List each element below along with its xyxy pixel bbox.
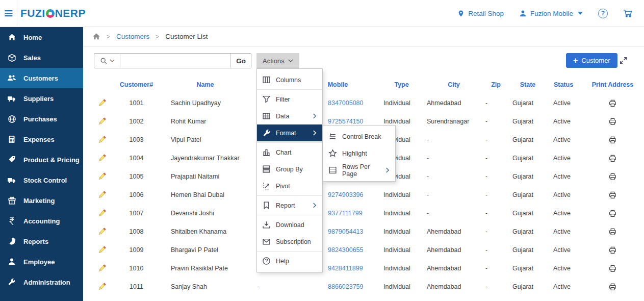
print-address-button[interactable] [581, 149, 644, 167]
breadcrumb-separator: > [156, 33, 159, 40]
menu-item-help[interactable]: Help [257, 253, 322, 269]
customer-type: Individual [377, 278, 426, 296]
add-customer-button[interactable]: + Customer [566, 53, 617, 68]
edit-pencil-icon [97, 154, 107, 163]
column-header[interactable]: Type [377, 75, 426, 94]
edit-row-button[interactable] [92, 149, 112, 167]
edit-row-button[interactable] [92, 186, 112, 204]
print-address-button[interactable] [581, 94, 644, 112]
customer-mobile-link[interactable]: 9377111799 [328, 210, 363, 217]
sidebar-item-stock-control[interactable]: Stock Control [0, 170, 83, 190]
customer-mobile-link[interactable]: 8866023759 [328, 283, 364, 290]
sidebar-item-employee[interactable]: Employee [0, 252, 83, 272]
print-address-button[interactable] [581, 131, 644, 149]
customer-mobile-link[interactable]: 9725574150 [328, 118, 364, 125]
print-address-button[interactable] [581, 222, 644, 241]
print-address-button[interactable] [581, 112, 644, 131]
customer-city: Ahmedabad [426, 94, 482, 112]
print-address-button[interactable] [581, 241, 644, 259]
customer-mobile-link[interactable]: 8866023759 [298, 278, 377, 296]
download-icon [262, 220, 271, 229]
menu-item-filter[interactable]: Filter [257, 91, 322, 108]
edit-row-button[interactable] [92, 94, 112, 112]
menu-item-label: Subscription [276, 238, 311, 245]
location-menu[interactable]: Retail Shop [457, 10, 504, 17]
edit-row-button[interactable] [92, 112, 112, 131]
customer-mobile-link[interactable]: 8347005080 [328, 99, 364, 107]
edit-row-button[interactable] [92, 204, 112, 222]
cart-button[interactable] [623, 9, 633, 18]
user-menu[interactable]: Fuzion Mobile [519, 10, 583, 17]
search-input[interactable] [120, 54, 230, 68]
search-options-button[interactable] [94, 54, 120, 68]
sidebar-item-product-pricing[interactable]: Product & Pricing [0, 149, 83, 170]
data-icon [262, 112, 271, 120]
edit-row-button[interactable] [92, 259, 112, 278]
customer-mobile-link[interactable]: 9274903396 [328, 191, 364, 198]
sidebar-item-reports[interactable]: Reports [0, 231, 83, 252]
sidebar-item-purchases[interactable]: Purchases [0, 109, 83, 129]
edit-row-button[interactable] [92, 241, 112, 259]
sidebar-item-administration[interactable]: Administration [0, 272, 83, 292]
menu-item-columns[interactable]: Columns [257, 71, 322, 88]
menu-item-subscription[interactable]: Subscription [257, 233, 322, 250]
customer-status: Active [546, 94, 581, 112]
report-icon [262, 201, 271, 210]
edit-row-button[interactable] [92, 278, 112, 296]
customer-mobile-link[interactable]: 9428411899 [328, 265, 363, 272]
menu-item-chart[interactable]: Chart [257, 144, 322, 161]
edit-row-button[interactable] [92, 167, 112, 186]
sidebar-item-sales[interactable]: Sales [0, 47, 83, 68]
menu-item-data[interactable]: Data [257, 108, 322, 124]
customer-mobile-link[interactable]: 9824300655 [328, 246, 364, 254]
sidebar-item-accounting[interactable]: Accounting [0, 211, 83, 231]
help-button[interactable]: ? [598, 9, 608, 18]
print-address-button[interactable] [581, 186, 644, 204]
column-header[interactable]: Zip [482, 75, 510, 94]
sidebar-item-label: Sales [23, 54, 41, 62]
customer-type: Individual [377, 259, 426, 278]
column-header[interactable]: City [426, 75, 482, 94]
edit-row-button[interactable] [92, 222, 112, 241]
submenu-item-highlight[interactable]: Highlight [323, 145, 395, 162]
customer-state: Gujarat [510, 186, 546, 204]
sidebar-item-home[interactable]: Home [0, 27, 83, 47]
customer-type: Individual [377, 94, 426, 112]
column-header[interactable]: Status [546, 75, 581, 94]
menu-item-format[interactable]: Format [257, 124, 322, 141]
print-address-button[interactable] [581, 204, 644, 222]
column-header[interactable]: Customer# [112, 75, 161, 94]
print-address-button[interactable] [581, 278, 644, 296]
breadcrumb-link-customers[interactable]: Customers [116, 33, 149, 40]
top-header-bar: FUZI NERP Retail Shop Fuzion Mobile ? [0, 0, 644, 27]
submenu-item-control-break[interactable]: Control Break [323, 128, 395, 145]
menu-item-pivot[interactable]: Pivot [257, 178, 322, 194]
customer-number: 1005 [112, 167, 161, 186]
sidebar-item-marketing[interactable]: Marketing [0, 190, 83, 211]
actions-menu-button[interactable]: Actions [256, 53, 299, 68]
menu-item-report[interactable]: Report [257, 197, 322, 214]
edit-row-button[interactable] [92, 131, 112, 149]
printer-icon [609, 118, 616, 126]
go-button[interactable]: Go [230, 54, 251, 68]
menu-item-label: Chart [276, 149, 292, 156]
column-header[interactable]: Print Address [581, 75, 644, 94]
submenu-item-rows-per-page[interactable]: Rows Per Page [323, 162, 395, 179]
sidebar-item-expenses[interactable]: Expenses [0, 129, 83, 149]
customer-mobile-link[interactable]: 9879054413 [328, 228, 364, 235]
sidebar-item-suppliers[interactable]: Suppliers [0, 88, 83, 109]
hamburger-menu-icon[interactable] [0, 0, 17, 27]
column-header[interactable]: State [510, 75, 546, 94]
printer-icon [609, 136, 616, 144]
print-address-button[interactable] [581, 167, 644, 186]
menu-item-download[interactable]: Download [257, 216, 322, 233]
column-header[interactable]: Name [161, 75, 250, 94]
maximize-icon[interactable] [619, 56, 628, 65]
sidebar-item-customers[interactable]: Customers [0, 68, 83, 88]
print-address-button[interactable] [581, 259, 644, 278]
breadcrumb-home-icon[interactable] [92, 33, 100, 40]
menu-item-group-by[interactable]: Group By [257, 161, 322, 178]
customer-name: Sachin Upadhyay [161, 94, 250, 112]
customer-city: Ahemdabad [426, 222, 482, 241]
printer-icon [609, 265, 616, 272]
